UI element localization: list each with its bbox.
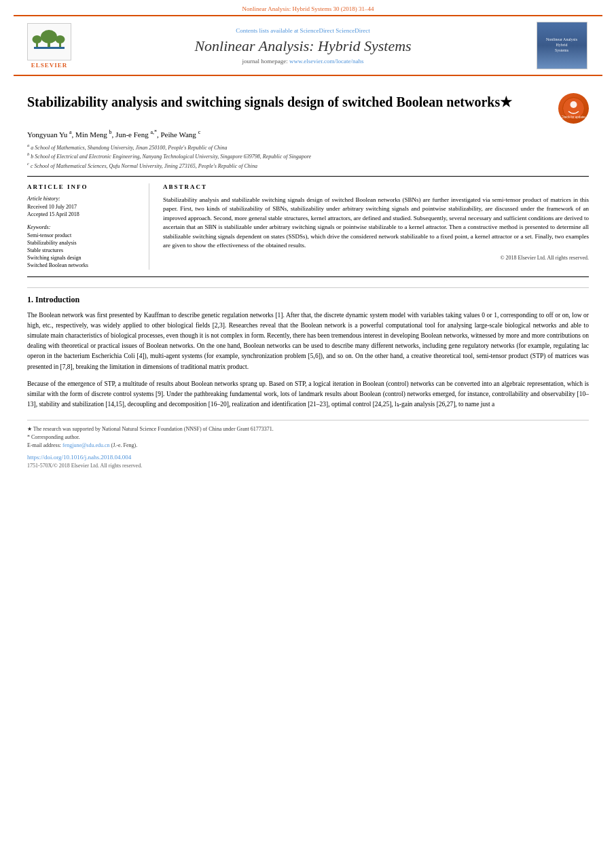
journal-header: ELSEVIER Contents lists available at Sci… [14, 15, 602, 76]
homepage-url[interactable]: www.elsevier.com/locate/nahs [289, 58, 363, 65]
thumb-text: Nonlinear AnalysisHybridSystems [546, 37, 577, 53]
check-updates-icon: Check for updates [562, 96, 585, 120]
header-center: Contents lists available at ScienceDirec… [71, 27, 535, 65]
footnote-section: ★ The research was supported by National… [27, 420, 589, 469]
keyword-3: Stable structures [27, 247, 139, 253]
issn-footer: 1751-570X/© 2018 Elsevier Ltd. All right… [27, 463, 589, 469]
article-title-section: Stabilizability analysis and switching s… [27, 93, 589, 124]
svg-point-4 [33, 35, 42, 43]
email-footnote: E-mail address: fengjune@sdu.edu.cn (J.-… [27, 442, 589, 448]
corresponding-footnote: * Corresponding author. [27, 434, 589, 440]
affiliation-b: b b School of Electrical and Electronic … [27, 151, 589, 160]
header-right: Nonlinear AnalysisHybridSystems [535, 22, 589, 69]
journal-title: Nonlinear Analysis: Hybrid Systems [85, 37, 521, 55]
journal-volume-info: Nonlinear Analysis: Hybrid Systems 30 (2… [242, 5, 374, 12]
header-left: ELSEVIER [27, 23, 71, 69]
doi-link[interactable]: https://doi.org/10.1016/j.nahs.2018.04.0… [27, 454, 589, 461]
sciencedirect-url[interactable]: ScienceDirect [336, 27, 369, 34]
abstract-title: ABSTRACT [163, 183, 589, 190]
svg-point-6 [56, 35, 65, 43]
logo-box [27, 23, 71, 60]
page-wrapper: Nonlinear Analysis: Hybrid Systems 30 (2… [0, 0, 616, 841]
received-date: Received 10 July 2017 [27, 204, 139, 210]
main-content: Stabilizability analysis and switching s… [0, 76, 616, 482]
svg-text:Check for updates: Check for updates [562, 115, 585, 119]
affiliation-c: c c School of Mathematical Sciences, Quf… [27, 161, 589, 169]
intro-paragraph-1: The Boolean network was first presented … [27, 310, 589, 372]
introduction-header: 1. Introduction [27, 295, 589, 305]
article-info-title: ARTICLE INFO [27, 183, 139, 190]
elsevier-logo: ELSEVIER [27, 23, 71, 69]
sciencedirect-link: Contents lists available at ScienceDirec… [85, 27, 521, 34]
abstract-copyright: © 2018 Elsevier Ltd. All rights reserved… [163, 255, 589, 261]
affiliations: a a School of Mathematics, Shandong Univ… [27, 143, 589, 169]
keyword-5: Switched Boolean networks [27, 262, 139, 268]
star-footnote: ★ The research was supported by National… [27, 426, 589, 432]
article-history: Article history: Received 10 July 2017 A… [27, 196, 139, 217]
keyword-4: Switching signals design [27, 255, 139, 261]
article-title: Stabilizability analysis and switching s… [27, 93, 558, 111]
journal-thumbnail: Nonlinear AnalysisHybridSystems [537, 22, 587, 69]
authors-line: Yongyuan Yu a, Min Meng b, Jun-e Feng a,… [27, 129, 589, 139]
svg-point-2 [41, 30, 57, 43]
keywords-section: Keywords: Semi-tensor product Stabilizab… [27, 224, 139, 268]
email-link[interactable]: fengjune@sdu.edu.cn [62, 442, 110, 448]
keyword-2: Stabilizability analysis [27, 240, 139, 246]
abstract-text: Stabilizability analysis and stabilizabl… [163, 196, 589, 251]
keyword-1: Semi-tensor product [27, 232, 139, 238]
elsevier-logo-svg [31, 26, 68, 57]
homepage-label: journal homepage: [242, 58, 288, 65]
history-label: Article history: [27, 196, 139, 202]
check-updates-badge: Check for updates [558, 93, 589, 124]
keywords-label: Keywords: [27, 224, 139, 230]
elsevier-text: ELSEVIER [31, 62, 68, 69]
accepted-date: Accepted 15 April 2018 [27, 211, 139, 217]
affiliation-a: a a School of Mathematics, Shandong Univ… [27, 143, 589, 151]
top-journal-link: Nonlinear Analysis: Hybrid Systems 30 (2… [0, 0, 616, 15]
journal-homepage: journal homepage: www.elsevier.com/locat… [85, 58, 521, 65]
intro-paragraph-2: Because of the emergence of STP, a multi… [27, 379, 589, 410]
two-col-section: ARTICLE INFO Article history: Received 1… [27, 176, 589, 277]
doi-line: https://doi.org/10.1016/j.nahs.2018.04.0… [27, 454, 589, 461]
article-info-col: ARTICLE INFO Article history: Received 1… [27, 183, 149, 270]
svg-point-8 [570, 101, 577, 108]
svg-rect-0 [34, 47, 65, 49]
abstract-col: ABSTRACT Stabilizability analysis and st… [163, 183, 589, 270]
section-divider [27, 287, 589, 288]
